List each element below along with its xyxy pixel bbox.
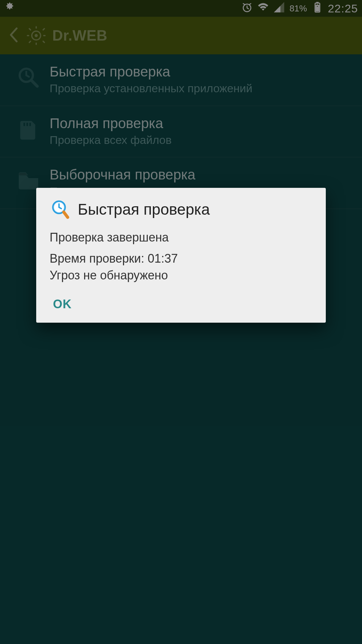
dialog-line-time: Время проверки: 01:37 (50, 251, 312, 267)
dialog-line-threats: Угроз не обнаружено (50, 267, 312, 284)
scan-result-dialog: Быстрая проверка Проверка завершена Врем… (36, 188, 326, 323)
dialog-body: Проверка завершена Время проверки: 01:37… (36, 227, 326, 287)
clock-magnifier-icon (50, 199, 71, 220)
dialog-actions: OK (36, 287, 326, 323)
dialog-header: Быстрая проверка (36, 188, 326, 227)
dialog-line-status: Проверка завершена (50, 229, 312, 246)
ok-button[interactable]: OK (53, 297, 72, 311)
dialog-title: Быстрая проверка (78, 200, 210, 218)
